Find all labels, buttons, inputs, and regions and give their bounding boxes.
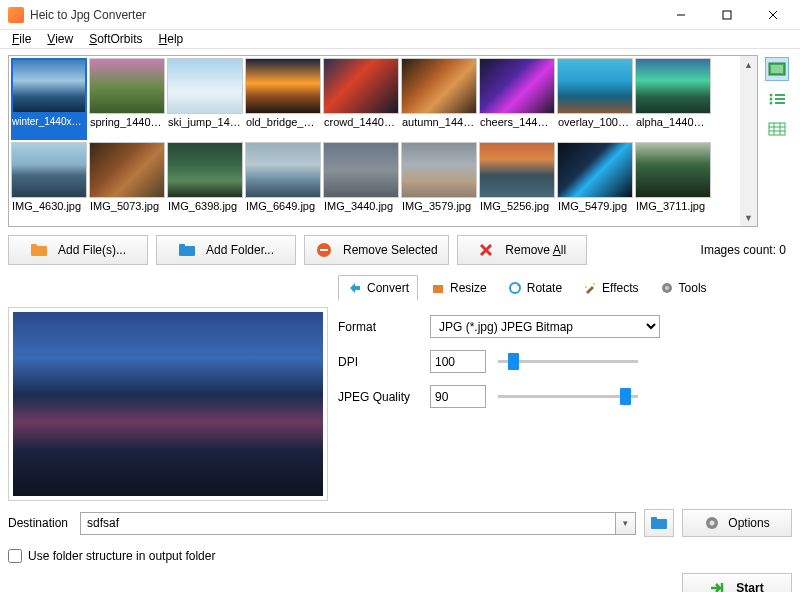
effects-icon bbox=[582, 280, 598, 296]
scroll-up-icon[interactable]: ▲ bbox=[740, 56, 757, 73]
thumbnail-label: IMG_6649.jpg bbox=[245, 198, 321, 214]
thumbnail-item[interactable]: IMG_5256.jpg bbox=[479, 142, 555, 214]
convert-settings: Format JPG (*.jpg) JPEG Bitmap DPI JPEG … bbox=[338, 307, 792, 501]
thumbnail-item[interactable]: IMG_3711.jpg bbox=[635, 142, 711, 214]
thumbnail-item[interactable]: overlay_1000... bbox=[557, 58, 633, 140]
use-folder-structure-checkbox[interactable] bbox=[8, 549, 22, 563]
tab-effects[interactable]: Effects bbox=[574, 276, 646, 300]
svg-point-34 bbox=[710, 521, 715, 526]
resize-icon bbox=[430, 280, 446, 296]
menubar: File View SoftOrbits Help bbox=[0, 30, 800, 49]
thumbnail-item[interactable]: ski_jump_144... bbox=[167, 58, 243, 140]
thumbnail-item[interactable]: IMG_3579.jpg bbox=[401, 142, 477, 214]
thumbnail-label: autumn_1440... bbox=[401, 114, 477, 130]
rotate-icon bbox=[507, 280, 523, 296]
thumbnail-item[interactable]: winter_1440x960.heic bbox=[11, 58, 87, 140]
thumbnail-label: ski_jump_144... bbox=[167, 114, 243, 130]
scroll-track[interactable] bbox=[740, 73, 757, 209]
options-label: Options bbox=[728, 516, 769, 530]
thumbnail-label: IMG_3579.jpg bbox=[401, 198, 477, 214]
quality-slider[interactable] bbox=[498, 387, 786, 407]
tab-resize[interactable]: Resize bbox=[422, 276, 495, 300]
thumbnail-item[interactable]: old_bridge_14... bbox=[245, 58, 321, 140]
svg-rect-25 bbox=[433, 285, 443, 293]
thumbnail-label: winter_1440x960.heic bbox=[11, 114, 87, 140]
titlebar: Heic to Jpg Converter bbox=[0, 0, 800, 30]
view-details-icon[interactable] bbox=[765, 117, 789, 141]
thumbnail-image bbox=[245, 58, 321, 114]
add-files-button[interactable]: Add File(s)... bbox=[8, 235, 148, 265]
dpi-label: DPI bbox=[338, 355, 418, 369]
start-button[interactable]: Start bbox=[682, 573, 792, 592]
thumbnail-label: overlay_1000... bbox=[557, 114, 633, 130]
add-folder-label: Add Folder... bbox=[206, 243, 274, 257]
action-toolbar: Add File(s)... Add Folder... Remove Sele… bbox=[8, 231, 792, 269]
preview-image bbox=[13, 312, 323, 496]
maximize-button[interactable] bbox=[704, 0, 750, 30]
destination-input[interactable] bbox=[80, 512, 616, 535]
thumbnail-item[interactable]: alpha_1440x9... bbox=[635, 58, 711, 140]
add-files-label: Add File(s)... bbox=[58, 243, 126, 257]
thumbnail-item[interactable]: IMG_6398.jpg bbox=[167, 142, 243, 214]
preview-pane bbox=[8, 307, 328, 501]
thumbnail-image bbox=[245, 142, 321, 198]
tab-rotate[interactable]: Rotate bbox=[499, 276, 570, 300]
menu-softorbits[interactable]: SoftOrbits bbox=[81, 30, 150, 48]
thumbnail-item[interactable]: spring_1440x... bbox=[89, 58, 165, 140]
thumbnail-label: alpha_1440x9... bbox=[635, 114, 711, 130]
thumbnail-image bbox=[635, 58, 711, 114]
thumbnail-item[interactable]: IMG_3440.jpg bbox=[323, 142, 399, 214]
dpi-input[interactable] bbox=[430, 350, 486, 373]
start-label: Start bbox=[736, 581, 763, 592]
thumbnail-gallery: winter_1440x960.heicspring_1440x...ski_j… bbox=[8, 55, 758, 227]
thumbnail-label: old_bridge_14... bbox=[245, 114, 321, 130]
svg-point-30 bbox=[665, 286, 669, 290]
thumbnail-label: IMG_6398.jpg bbox=[167, 198, 243, 214]
gallery-scrollbar[interactable]: ▲ ▼ bbox=[740, 56, 757, 226]
svg-rect-18 bbox=[31, 244, 37, 248]
scroll-down-icon[interactable]: ▼ bbox=[740, 209, 757, 226]
minimize-button[interactable] bbox=[658, 0, 704, 30]
view-list-icon[interactable] bbox=[765, 87, 789, 111]
thumbnail-image bbox=[479, 142, 555, 198]
thumbnail-item[interactable]: cheers_1440x... bbox=[479, 58, 555, 140]
thumbnail-image bbox=[167, 58, 243, 114]
thumbnail-label: IMG_3711.jpg bbox=[635, 198, 711, 214]
svg-rect-12 bbox=[769, 123, 785, 135]
quality-input[interactable] bbox=[430, 385, 486, 408]
thumbnail-item[interactable]: autumn_1440... bbox=[401, 58, 477, 140]
remove-selected-label: Remove Selected bbox=[343, 243, 438, 257]
add-folder-button[interactable]: Add Folder... bbox=[156, 235, 296, 265]
svg-rect-1 bbox=[723, 11, 731, 19]
format-select[interactable]: JPG (*.jpg) JPEG Bitmap bbox=[430, 315, 660, 338]
browse-folder-button[interactable] bbox=[644, 509, 674, 537]
thumbnail-label: IMG_5479.jpg bbox=[557, 198, 633, 214]
menu-file[interactable]: File bbox=[4, 30, 39, 48]
menu-view[interactable]: View bbox=[39, 30, 81, 48]
thumbnail-item[interactable]: IMG_5479.jpg bbox=[557, 142, 633, 214]
view-mode-strip bbox=[762, 55, 792, 227]
thumbnail-image bbox=[557, 58, 633, 114]
dpi-slider[interactable] bbox=[498, 352, 786, 372]
tab-convert[interactable]: Convert bbox=[338, 275, 418, 301]
app-icon bbox=[8, 7, 24, 23]
thumbnail-image bbox=[635, 142, 711, 198]
close-button[interactable] bbox=[750, 0, 796, 30]
remove-selected-button[interactable]: Remove Selected bbox=[304, 235, 449, 265]
thumbnail-item[interactable]: IMG_4630.jpg bbox=[11, 142, 87, 214]
tab-tools[interactable]: Tools bbox=[651, 276, 715, 300]
svg-rect-32 bbox=[651, 517, 657, 521]
thumbnail-item[interactable]: IMG_5073.jpg bbox=[89, 142, 165, 214]
thumbnail-item[interactable]: crowd_1440x... bbox=[323, 58, 399, 140]
options-button[interactable]: Options bbox=[682, 509, 792, 537]
menu-help[interactable]: Help bbox=[151, 30, 192, 48]
thumbnail-label: cheers_1440x... bbox=[479, 114, 555, 130]
svg-point-27 bbox=[593, 283, 595, 285]
thumbnail-image bbox=[479, 58, 555, 114]
destination-dropdown[interactable]: ▾ bbox=[616, 512, 636, 535]
thumbnail-item[interactable]: IMG_6649.jpg bbox=[245, 142, 321, 214]
remove-all-button[interactable]: Remove All bbox=[457, 235, 587, 265]
view-thumbnails-icon[interactable] bbox=[765, 57, 789, 81]
thumbnail-label: crowd_1440x... bbox=[323, 114, 399, 130]
thumbnail-image bbox=[323, 58, 399, 114]
